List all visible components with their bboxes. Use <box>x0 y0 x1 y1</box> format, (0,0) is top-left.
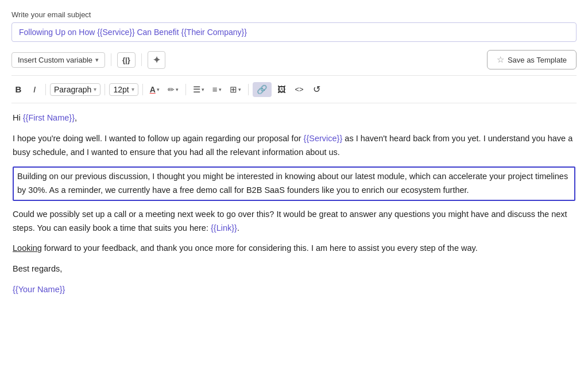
toolbar-left: Insert Custom variable ▾ {|} ✦ <box>11 51 165 69</box>
email-body[interactable]: Hi {{First Name}}, I hope you're doing w… <box>11 111 577 297</box>
fontsize-chevron-icon: ▾ <box>131 86 134 92</box>
chevron-down-icon: ▾ <box>95 56 99 64</box>
ordered-list-button[interactable]: ≡ ▾ <box>210 83 225 96</box>
toolbar-divider-1 <box>111 53 111 66</box>
subject-input[interactable] <box>11 22 577 42</box>
image-button[interactable]: 🖼 <box>274 82 289 96</box>
ul-chevron-icon: ▾ <box>202 87 204 92</box>
var-service-1: {{Service}} <box>304 134 343 143</box>
paragraph-style-label: Paragraph <box>54 85 91 94</box>
save-as-template-button[interactable]: ☆ Save as Template <box>487 50 577 69</box>
save-template-label: Save as Template <box>508 56 567 64</box>
email-para-2-highlighted: Building on our previous discussion, I t… <box>13 166 575 201</box>
star-icon: ☆ <box>497 55 504 65</box>
fmt-divider-2 <box>105 84 105 95</box>
brackets-button[interactable]: {|} <box>117 52 136 68</box>
formatting-toolbar: B I Paragraph ▾ 12pt ▾ A ▾ ✏ ▾ <box>11 82 577 103</box>
font-color-button[interactable]: A ▾ <box>147 83 163 96</box>
fmt-divider-5 <box>248 84 249 95</box>
brackets-label: {|} <box>122 56 130 64</box>
undo-button[interactable]: ↺ <box>310 82 324 97</box>
font-color-group: A ▾ <box>147 83 163 96</box>
email-para-1: I hope you're doing well. I wanted to fo… <box>13 132 575 160</box>
email-para-6: {{Your Name}} <box>13 283 575 297</box>
insert-custom-variable-button[interactable]: Insert Custom variable ▾ <box>11 52 105 68</box>
fmt-divider-4 <box>185 84 186 95</box>
code-icon: <> <box>295 85 304 94</box>
link-button[interactable]: 🔗 <box>253 82 272 97</box>
table-button[interactable]: ⊞ ▾ <box>227 83 244 96</box>
email-para-4: Looking forward to your feedback, and th… <box>13 242 575 255</box>
toolbar-row: Insert Custom variable ▾ {|} ✦ ☆ Save as… <box>11 50 577 76</box>
ol-icon: ≡ <box>212 84 218 94</box>
unordered-list-button[interactable]: ☰ ▾ <box>190 83 207 96</box>
font-size-select[interactable]: 12pt ▾ <box>109 83 138 96</box>
image-icon: 🖼 <box>277 84 286 94</box>
toolbar-divider-2 <box>141 53 142 66</box>
font-color-icon: A <box>150 85 156 94</box>
bold-button[interactable]: B <box>11 82 25 96</box>
fmt-divider-3 <box>142 84 143 95</box>
font-color-chevron-icon: ▾ <box>157 87 160 92</box>
highlight-group: ✏ ▾ <box>165 83 181 96</box>
table-chevron-icon: ▾ <box>238 87 241 92</box>
fmt-divider-1 <box>45 84 46 95</box>
var-link: {{Link}} <box>211 223 237 233</box>
highlight-icon: ✏ <box>168 85 175 94</box>
code-button[interactable]: <> <box>292 83 307 96</box>
highlight-chevron-icon: ▾ <box>176 87 179 92</box>
italic-button[interactable]: I <box>28 82 41 96</box>
ordered-list-group: ≡ ▾ <box>210 83 225 96</box>
magic-icon: ✦ <box>153 55 160 65</box>
link-icon: 🔗 <box>257 84 268 95</box>
var-your-name: {{Your Name}} <box>13 285 65 294</box>
var-first-name: {{First Name}} <box>23 113 75 122</box>
looking-text: Looking <box>13 243 42 253</box>
magic-icon-button[interactable]: ✦ <box>148 51 165 69</box>
paragraph-chevron-icon: ▾ <box>94 86 96 92</box>
highlight-button[interactable]: ✏ ▾ <box>165 83 181 96</box>
paragraph-style-select[interactable]: Paragraph ▾ <box>50 83 100 96</box>
table-group: ⊞ ▾ <box>227 83 244 96</box>
ol-chevron-icon: ▾ <box>219 87 222 92</box>
ul-icon: ☰ <box>193 84 200 95</box>
font-size-label: 12pt <box>113 85 129 94</box>
unordered-list-group: ☰ ▾ <box>190 83 207 96</box>
email-para-5: Best regards, <box>13 262 575 276</box>
email-greeting: Hi {{First Name}}, <box>13 111 575 125</box>
email-para-3: Could we possibly set up a call or a mee… <box>13 208 575 235</box>
subject-label: Write your email subject <box>11 10 577 19</box>
table-icon: ⊞ <box>230 84 237 95</box>
insert-custom-variable-label: Insert Custom variable <box>18 56 92 64</box>
undo-icon: ↺ <box>313 84 320 95</box>
